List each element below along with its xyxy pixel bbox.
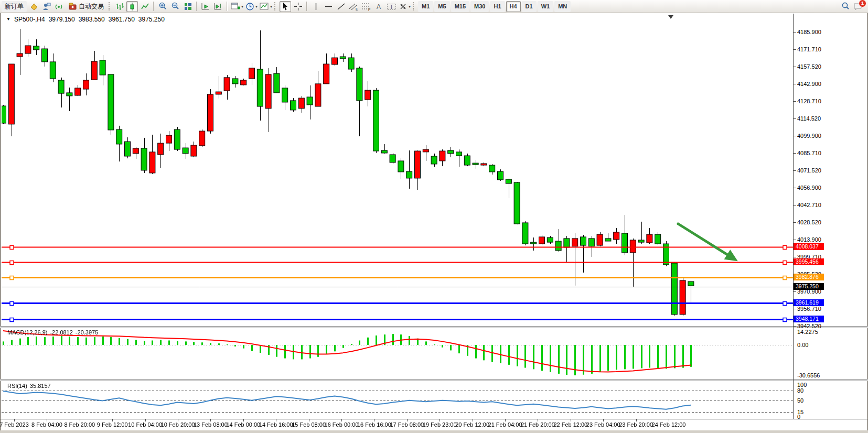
- auto-trading-icon: [69, 3, 77, 10]
- period-dropdown[interactable]: ▾: [245, 1, 258, 12]
- timeframe-w1-button[interactable]: W1: [538, 1, 554, 12]
- signal-button[interactable]: [53, 1, 65, 12]
- svg-text:F: F: [368, 8, 370, 11]
- timeframe-h4-button[interactable]: H4: [506, 1, 521, 12]
- time-tick-label: 15 Feb 08:00: [292, 421, 326, 428]
- price-tick: [794, 309, 796, 309]
- new-order-button[interactable]: 新订单: [2, 1, 27, 12]
- vertical-line-icon: [312, 2, 320, 11]
- price-tick-label: 4099.900: [797, 133, 821, 139]
- time-tick-label: 7 Feb 2023: [0, 421, 29, 428]
- text-icon: A: [375, 2, 383, 11]
- candlestick-icon: [128, 2, 137, 11]
- line-chart-button[interactable]: [139, 1, 151, 12]
- toolbar-grip: [109, 2, 111, 10]
- price-line-tag[interactable]: 3982.876: [794, 274, 824, 280]
- price-tick: [794, 170, 796, 171]
- time-tick-label: 14 Feb 00:00: [226, 421, 260, 428]
- chevron-down-icon: ▾: [270, 4, 272, 9]
- macd-scale-label: -30.6556: [797, 372, 820, 378]
- timeframe-m15-button[interactable]: M15: [451, 1, 469, 12]
- price-chart-canvas[interactable]: [2, 22, 793, 326]
- macd-scale-label: 14.2275: [797, 329, 818, 335]
- crosshair-button[interactable]: [292, 1, 304, 12]
- price-line-tag[interactable]: 3948.171: [794, 316, 824, 322]
- main-toolbar: 新订单 自动交易 ▾ ▾: [0, 0, 868, 13]
- price-tick-label: 3956.710: [797, 306, 821, 312]
- time-tick-label: 8 Feb 20:00: [64, 421, 95, 428]
- notifications-button[interactable]: 1: [852, 1, 864, 12]
- bar-chart-icon: [115, 2, 124, 11]
- auto-trading-button[interactable]: 自动交易: [66, 1, 107, 12]
- price-tick: [794, 32, 796, 33]
- macd-value-main: -22.0812: [50, 329, 72, 335]
- price-tick-label: 4128.710: [797, 98, 821, 104]
- horizontal-line-icon: [324, 2, 333, 11]
- timeframe-m30-button[interactable]: M30: [470, 1, 489, 12]
- broadcast-icon: [55, 2, 63, 11]
- price-line-tag[interactable]: 3995.456: [794, 258, 824, 265]
- timeframe-mn-button[interactable]: MN: [554, 1, 571, 12]
- rsi-name: RSI(14): [7, 383, 27, 389]
- equidistant-channel-button[interactable]: E: [348, 1, 359, 12]
- chart-shift-marker[interactable]: [668, 15, 673, 19]
- orders-icon[interactable]: [28, 1, 39, 12]
- text-label-button[interactable]: T: [385, 1, 397, 12]
- chart-shift-button[interactable]: [212, 1, 224, 12]
- timeframe-d1-button[interactable]: D1: [522, 1, 537, 12]
- zoom-in-button[interactable]: [157, 1, 168, 12]
- trendline-button[interactable]: [335, 1, 347, 12]
- price-tick: [794, 257, 796, 257]
- auto-scroll-button[interactable]: [200, 1, 211, 12]
- price-tick-label: 4056.900: [797, 185, 821, 191]
- new-chart-dropdown[interactable]: ▾: [230, 1, 244, 12]
- zoom-out-button[interactable]: [169, 1, 181, 12]
- price-tick-label: 4085.710: [797, 150, 821, 156]
- bar-chart-button[interactable]: [114, 1, 125, 12]
- arrows-dropdown[interactable]: ▾: [398, 1, 411, 12]
- rsi-scale-label: 0: [797, 414, 800, 420]
- arrows-icon: [399, 2, 408, 11]
- timeframe-m5-button[interactable]: M5: [434, 1, 449, 12]
- accounts-button[interactable]: [40, 1, 52, 12]
- rsi-scale-label: 80: [797, 387, 803, 394]
- time-tick-label: 16 Feb 00:00: [325, 421, 359, 428]
- vertical-line-button[interactable]: [310, 1, 322, 12]
- search-button[interactable]: [840, 1, 851, 12]
- macd-pane-canvas[interactable]: [2, 328, 793, 379]
- text-button[interactable]: A: [373, 1, 384, 12]
- macd-name: MACD(12,26,9): [7, 329, 47, 335]
- price-tick: [794, 240, 796, 240]
- price-tick: [794, 188, 796, 188]
- notification-badge: 1: [859, 0, 866, 7]
- price-line-tag[interactable]: 3961.619: [794, 299, 824, 306]
- fibonacci-icon: F: [361, 2, 371, 11]
- auto-scroll-icon: [201, 2, 210, 11]
- time-tick-label: 16 Feb 16:00: [357, 421, 391, 428]
- collapse-triangle-icon[interactable]: ▼: [6, 17, 10, 21]
- price-line-tag[interactable]: 4008.037: [794, 243, 824, 250]
- channel-icon: E: [349, 2, 359, 11]
- timeframe-m1-button[interactable]: M1: [418, 1, 433, 12]
- new-chart-icon: [231, 2, 240, 11]
- rsi-indicator-label: RSI(14)35.8157: [7, 383, 53, 389]
- price-tick: [794, 67, 796, 67]
- tile-windows-button[interactable]: [182, 1, 194, 12]
- price-tick-label: 4071.520: [797, 167, 821, 174]
- price-tick: [794, 136, 796, 136]
- timeframe-h1-button[interactable]: H1: [490, 1, 505, 12]
- indicators-dropdown[interactable]: ▾: [259, 1, 273, 12]
- cursor-button[interactable]: [280, 1, 291, 12]
- rsi-value: 35.8157: [30, 383, 51, 389]
- macd-indicator-label: MACD(12,26,9)-22.0812-20.3975: [7, 329, 101, 335]
- macd-value-signal: -20.3975: [76, 329, 98, 335]
- fibonacci-button[interactable]: F: [360, 1, 372, 12]
- candlestick-chart-button[interactable]: [126, 1, 138, 12]
- price-tick-label: 4157.520: [797, 63, 821, 70]
- price-tick: [794, 222, 796, 223]
- price-tick-label: 4185.900: [797, 29, 821, 35]
- rsi-pane-canvas[interactable]: [2, 381, 793, 419]
- horizontal-line-button[interactable]: [323, 1, 334, 12]
- price-line-tag[interactable]: 3975.250: [794, 283, 824, 290]
- time-tick-label: 23 Feb 04:00: [586, 421, 620, 428]
